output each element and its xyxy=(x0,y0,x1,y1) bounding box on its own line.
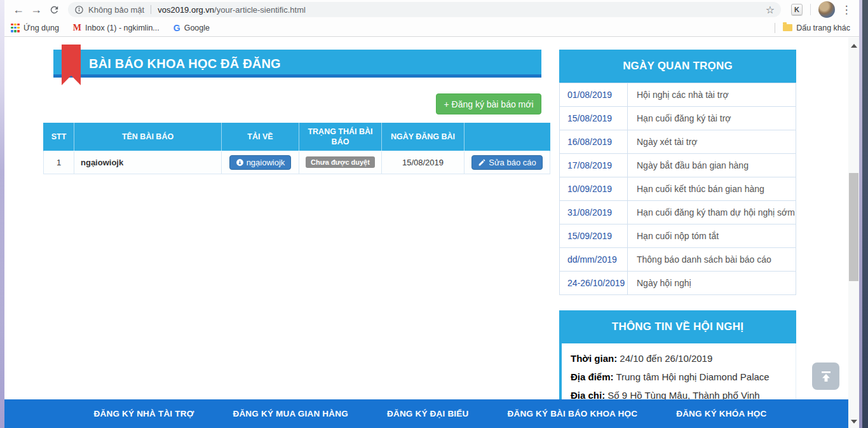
column-header-download: TẢI VỀ xyxy=(222,123,299,151)
event-label: Hạn cuối đăng ký tài trợ xyxy=(628,107,796,130)
refresh-icon[interactable] xyxy=(45,1,63,18)
page-scrollbar[interactable] xyxy=(848,38,859,428)
page-title-banner: BÀI BÁO KHOA HỌC ĐÃ ĐĂNG xyxy=(53,50,541,78)
apps-grid-icon xyxy=(11,24,20,32)
download-article-button[interactable]: ngạiowiojk xyxy=(229,155,292,170)
column-header-date: NGÀY ĐĂNG BÀI xyxy=(382,123,465,151)
article-date: 15/08/2019 xyxy=(382,151,465,174)
articles-table: STT TÊN BÀI BÁO TẢI VỀ TRẠNG THÁI BÀI BÁ… xyxy=(43,123,550,174)
event-label: Hạn cuối nộp tóm tắt xyxy=(628,224,796,248)
desktop-right-edge xyxy=(859,0,868,428)
event-date: 24-26/10/2019 xyxy=(560,272,628,295)
event-label: Ngày bắt đầu bán gian hàng xyxy=(628,154,796,177)
download-circle-icon xyxy=(236,158,244,167)
info-time: Thời gian: 24/10 đến 26/10/2019 xyxy=(571,349,796,368)
bookmarks-divider xyxy=(775,23,775,33)
scrollbar-down-arrow[interactable] xyxy=(851,420,857,424)
edit-button-label: Sửa báo cáo xyxy=(489,158,536,167)
event-date: 31/08/2019 xyxy=(560,201,628,224)
footer-link-sponsor[interactable]: ĐĂNG KÝ NHÀ TÀI TRỢ xyxy=(94,409,194,418)
conference-info-title: THÔNG TIN VỀ HỘI NGHỊ xyxy=(559,310,796,343)
forward-icon[interactable]: → xyxy=(27,1,45,18)
column-header-actions xyxy=(465,123,550,151)
table-row: 1 ngạiowiojk ngạiowiojk Chưa được duyệt … xyxy=(44,151,550,174)
important-dates-title: NGÀY QUAN TRỌNG xyxy=(559,50,796,83)
list-item: 15/09/2019Hạn cuối nộp tóm tắt xyxy=(560,224,796,248)
footer-nav: ĐĂNG KÝ NHÀ TÀI TRỢ ĐĂNG KÝ MUA GIAN HÀN… xyxy=(4,399,859,428)
list-item: 10/09/2019Hạn cuối kết thúc bán gian hàn… xyxy=(560,177,796,201)
download-button-label: ngạiowiojk xyxy=(247,158,285,167)
info-value: 24/10 đến 26/10/2019 xyxy=(620,353,712,364)
list-item: 15/08/2019Hạn cuối đăng ký tài trợ xyxy=(560,107,796,130)
browser-window: ← → Không bảo mật vos2019.org.vn/your-ar… xyxy=(4,0,859,428)
edit-icon xyxy=(478,158,486,167)
info-icon[interactable] xyxy=(74,5,84,15)
list-item: dd/mm/2019Thông báo danh sách bài báo cá… xyxy=(560,248,796,272)
info-label: Địa điểm: xyxy=(571,371,614,382)
column-header-stt: STT xyxy=(44,123,74,151)
important-dates-table: 01/08/2019Hội nghị các nhà tài trợ 15/08… xyxy=(559,83,796,295)
arrow-to-top-icon xyxy=(818,369,834,384)
bookmark-label: Dấu trang khác xyxy=(796,24,850,32)
other-bookmarks[interactable]: Dấu trang khác xyxy=(783,24,850,32)
folder-icon xyxy=(783,24,792,31)
bookmark-label: Inbox (1) - ngkimlin... xyxy=(85,24,159,32)
bookmark-gmail[interactable]: M Inbox (1) - ngkimlin... xyxy=(73,23,159,33)
ribbon-bookmark-icon xyxy=(62,45,81,85)
event-date: 17/08/2019 xyxy=(560,154,628,177)
event-date: 10/09/2019 xyxy=(560,177,628,201)
bookmark-google[interactable]: G Google xyxy=(173,23,210,33)
footer-link-booth[interactable]: ĐĂNG KÝ MUA GIAN HÀNG xyxy=(233,409,348,418)
bookmark-label: Ứng dụng xyxy=(24,24,59,32)
register-new-article-button[interactable]: + Đăng ký bài báo mới xyxy=(436,93,541,114)
extension-icon[interactable]: K xyxy=(791,4,803,15)
column-header-status: TRẠNG THÁI BÀI BÁO xyxy=(299,123,382,151)
event-date: 16/08/2019 xyxy=(560,130,628,154)
browser-toolbar: ← → Không bảo mật vos2019.org.vn/your-ar… xyxy=(4,0,859,19)
page-content: BÀI BÁO KHOA HỌC ĐÃ ĐĂNG + Đăng ký bài b… xyxy=(4,38,859,428)
desktop-left-edge xyxy=(0,0,4,428)
event-label: Hạn cuối kết thúc bán gian hàng xyxy=(628,177,796,201)
event-date: 01/08/2019 xyxy=(560,83,628,107)
scrollbar-thumb[interactable] xyxy=(849,173,858,281)
bookmark-apps[interactable]: Ứng dụng xyxy=(11,24,59,32)
column-header-name: TÊN BÀI BÁO xyxy=(74,123,222,151)
back-icon[interactable]: ← xyxy=(10,1,27,18)
footer-link-course[interactable]: ĐĂNG KÝ KHÓA HỌC xyxy=(676,409,766,418)
articles-table-header-row: STT TÊN BÀI BÁO TẢI VỀ TRẠNG THÁI BÀI BÁ… xyxy=(44,123,550,151)
event-date: dd/mm/2019 xyxy=(560,248,628,272)
info-label: Thời gian: xyxy=(571,353,617,364)
bookmark-label: Google xyxy=(184,24,210,32)
url-text: vos2019.org.vn/your-article-sientific.ht… xyxy=(158,5,760,15)
info-venue: Địa điểm: Trung tâm Hội nghị Diamond Pal… xyxy=(571,368,796,386)
bookmark-star-icon[interactable]: ☆ xyxy=(766,4,775,16)
bookmarks-bar: Ứng dụng M Inbox (1) - ngkimlin... G Goo… xyxy=(4,19,859,37)
article-name: ngạiowiojk xyxy=(74,151,222,174)
list-item: 01/08/2019Hội nghị các nhà tài trợ xyxy=(560,83,796,107)
footer-link-delegate[interactable]: ĐĂNG KÝ ĐẠI BIỂU xyxy=(387,409,468,418)
event-date: 15/09/2019 xyxy=(560,224,628,248)
toolbar-divider xyxy=(810,4,811,15)
scroll-to-top-button[interactable] xyxy=(812,362,839,390)
address-bar[interactable]: Không bảo mật vos2019.org.vn/your-articl… xyxy=(68,2,781,17)
edit-report-button[interactable]: Sửa báo cáo xyxy=(471,155,542,170)
event-label: Hội nghị các nhà tài trợ xyxy=(628,83,796,107)
url-domain: vos2019.org.vn xyxy=(158,5,214,15)
scrollbar-up-arrow[interactable] xyxy=(851,44,857,48)
status-badge: Chưa được duyệt xyxy=(306,156,375,168)
info-value: Trung tâm Hội nghị Diamond Palace xyxy=(616,371,769,382)
gmail-icon: M xyxy=(73,23,81,33)
event-label: Ngày hội nghị xyxy=(628,272,796,295)
address-separator xyxy=(151,5,151,14)
security-label: Không bảo mật xyxy=(88,5,144,15)
list-item: 31/08/2019Hạn cuối đăng ký tham dự hội n… xyxy=(560,201,796,224)
footer-link-article[interactable]: ĐĂNG KÝ BÀI BÁO KHOA HỌC xyxy=(508,409,638,418)
event-date: 15/08/2019 xyxy=(560,107,628,130)
list-item: 24-26/10/2019Ngày hội nghị xyxy=(560,272,796,295)
browser-menu-icon[interactable]: ⋮ xyxy=(839,3,854,17)
google-icon: G xyxy=(173,23,180,33)
page-title: BÀI BÁO KHOA HỌC ĐÃ ĐĂNG xyxy=(53,50,541,78)
list-item: 17/08/2019Ngày bắt đầu bán gian hàng xyxy=(560,154,796,177)
profile-avatar[interactable] xyxy=(818,1,835,18)
event-label: Hạn cuối đăng ký tham dự hội nghị sớm xyxy=(628,201,796,224)
